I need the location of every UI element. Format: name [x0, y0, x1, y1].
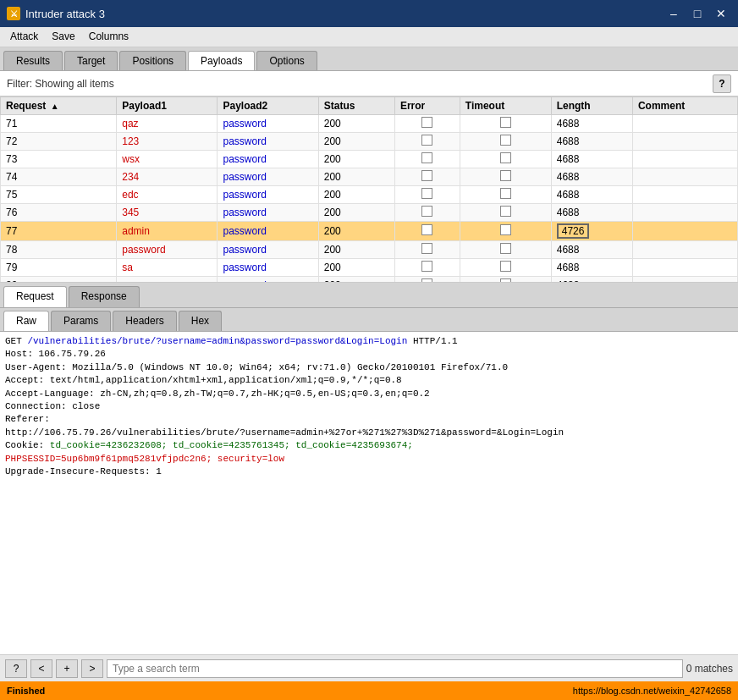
col-payload2[interactable]: Payload2 [218, 97, 318, 115]
cell-request: 77 [1, 222, 117, 241]
cell-request: 75 [1, 186, 117, 204]
cell-status: 200 [318, 186, 394, 204]
table-row[interactable]: 79sapassword2004688 [1, 259, 738, 277]
main-tabs: Results Target Positions Payloads Option… [0, 47, 738, 71]
col-status[interactable]: Status [318, 97, 394, 115]
cell-request: 73 [1, 151, 117, 168]
cell-payload1: 345 [117, 204, 218, 222]
cell-error [394, 168, 460, 186]
cell-request: 76 [1, 204, 117, 222]
cell-timeout [460, 222, 551, 241]
cell-status: 200 [318, 241, 394, 259]
cell-payload1: 234 [117, 168, 218, 186]
cell-error [394, 115, 460, 133]
minimize-button[interactable]: – [664, 5, 684, 22]
search-input[interactable] [107, 659, 683, 678]
cell-request: 80 [1, 277, 117, 284]
filter-help-button[interactable]: ? [713, 74, 731, 93]
cell-payload1: admin [117, 222, 218, 241]
menu-attack[interactable]: Attack [3, 29, 45, 45]
cell-comment [632, 168, 737, 186]
tab-headers[interactable]: Headers [113, 311, 176, 331]
menu-save[interactable]: Save [45, 29, 81, 45]
cell-comment [632, 241, 737, 259]
table-row[interactable]: 80sasapassword2004688 [1, 277, 738, 284]
cell-error [394, 277, 460, 284]
close-button[interactable]: ✕ [711, 5, 731, 22]
tab-options[interactable]: Options [256, 51, 317, 70]
search-next-button[interactable]: > [81, 659, 103, 678]
search-bar: ? < + > 0 matches [0, 654, 738, 681]
table-row[interactable]: 73wsxpassword2004688 [1, 151, 738, 168]
cell-length: 4688 [551, 115, 632, 133]
col-payload1[interactable]: Payload1 [117, 97, 218, 115]
cell-payload2: password [218, 115, 318, 133]
cell-payload2: password [218, 204, 318, 222]
cell-length: 4688 [551, 151, 632, 168]
cell-request: 71 [1, 115, 117, 133]
window-controls: – □ ✕ [664, 5, 731, 22]
tab-results[interactable]: Results [3, 51, 63, 70]
cell-timeout [460, 186, 551, 204]
table-row[interactable]: 74234password2004688 [1, 168, 738, 186]
request-text: GET /vulnerabilities/brute/?username=adm… [5, 335, 733, 478]
cell-comment [632, 133, 737, 151]
tab-params[interactable]: Params [51, 311, 111, 331]
cell-length: 4688 [551, 241, 632, 259]
col-comment[interactable]: Comment [632, 97, 737, 115]
table-row[interactable]: 75edcpassword2004688 [1, 186, 738, 204]
cell-payload1: wsx [117, 151, 218, 168]
tab-request[interactable]: Request [3, 286, 67, 307]
cell-status: 200 [318, 222, 394, 241]
tab-response[interactable]: Response [69, 286, 140, 307]
cell-length: 4688 [551, 186, 632, 204]
tab-payloads[interactable]: Payloads [188, 51, 255, 70]
table-row[interactable]: 71qazpassword2004688 [1, 115, 738, 133]
cell-timeout [460, 168, 551, 186]
cell-comment [632, 115, 737, 133]
cell-comment [632, 204, 737, 222]
cell-payload2: password [218, 259, 318, 277]
menu-columns[interactable]: Columns [82, 29, 135, 45]
results-table-container[interactable]: Request ▲ Payload1 Payload2 Status Error… [0, 96, 738, 283]
cell-comment [632, 186, 737, 204]
cell-length: 4688 [551, 204, 632, 222]
search-help-button[interactable]: ? [5, 659, 27, 678]
col-length[interactable]: Length [551, 97, 632, 115]
app-icon: ⚔ [7, 7, 20, 20]
tab-positions[interactable]: Positions [119, 51, 186, 70]
cell-timeout [460, 151, 551, 168]
table-row[interactable]: 72123password2004688 [1, 133, 738, 151]
cell-error [394, 204, 460, 222]
table-row[interactable]: 78passwordpassword2004688 [1, 241, 738, 259]
bottom-tabs: Request Response [0, 283, 738, 308]
cell-length: 4688 [551, 133, 632, 151]
matches-count: 0 matches [686, 663, 733, 675]
cell-request: 74 [1, 168, 117, 186]
cell-payload1: sasa [117, 277, 218, 284]
search-prev-button[interactable]: < [30, 659, 52, 678]
cell-length: 4688 [551, 259, 632, 277]
table-row[interactable]: 77adminpassword2004726 [1, 222, 738, 241]
cell-error [394, 133, 460, 151]
col-error[interactable]: Error [394, 97, 460, 115]
cell-timeout [460, 204, 551, 222]
search-add-button[interactable]: + [56, 659, 78, 678]
cell-error [394, 151, 460, 168]
table-row[interactable]: 76345password2004688 [1, 204, 738, 222]
col-request[interactable]: Request ▲ [1, 97, 117, 115]
tab-raw[interactable]: Raw [3, 311, 49, 331]
cell-error [394, 186, 460, 204]
cell-payload2: password [218, 277, 318, 284]
cell-comment [632, 222, 737, 241]
cell-payload1: sa [117, 259, 218, 277]
status-bar: Finished https://blog.csdn.net/weixin_42… [0, 681, 738, 700]
window-title: Intruder attack 3 [25, 8, 105, 20]
request-content-area: GET /vulnerabilities/brute/?username=adm… [0, 332, 738, 654]
maximize-button[interactable]: □ [687, 5, 708, 22]
tab-hex[interactable]: Hex [179, 311, 222, 331]
cell-status: 200 [318, 115, 394, 133]
tab-target[interactable]: Target [64, 51, 118, 70]
col-timeout[interactable]: Timeout [460, 97, 551, 115]
cell-status: 200 [318, 133, 394, 151]
